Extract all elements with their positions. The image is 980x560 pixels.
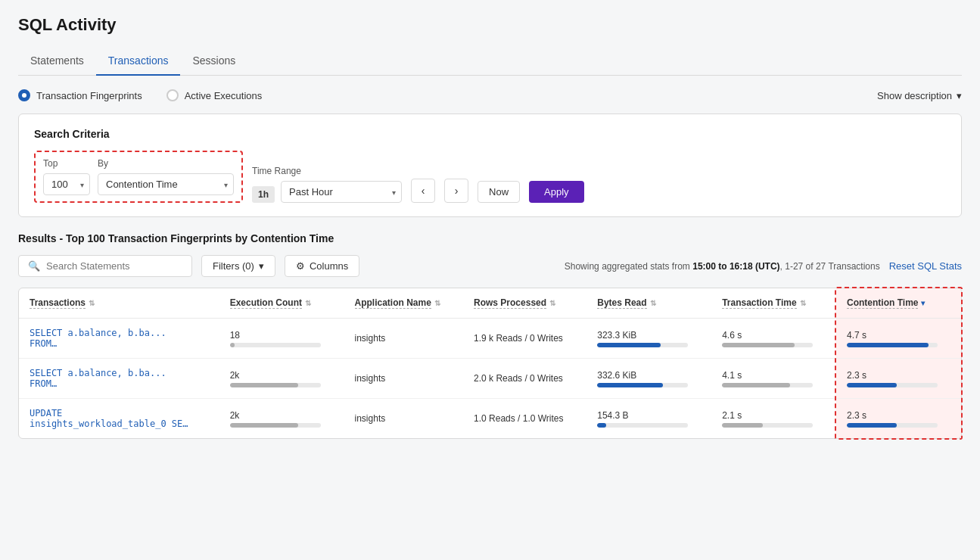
table-row: SELECT a.balance, b.ba...FROM… 18 insigh… [19, 319, 961, 359]
col-header-transaction-time[interactable]: Transaction Time ⇅ [711, 288, 836, 319]
filter-label: Filters (0) [213, 260, 254, 272]
cell-execution-count: 2k [219, 399, 344, 439]
view-toggle-row: Transaction Fingerprints Active Executio… [18, 89, 962, 101]
chevron-down-icon: ▾ [957, 90, 962, 101]
filter-button[interactable]: Filters (0) ▾ [201, 255, 275, 277]
cell-bytes-read: 332.6 KiB [586, 359, 711, 399]
top-group: Top 100 25 50 ▾ [43, 158, 90, 195]
search-box: 🔍 [18, 255, 192, 277]
cell-rows-processed: 2.0 k Reads / 0 Writes [463, 359, 586, 399]
search-icon: 🔍 [28, 260, 40, 272]
top-select[interactable]: 100 25 50 [43, 173, 90, 195]
radio-label-fingerprints: Transaction Fingerprints [36, 90, 142, 101]
show-description-toggle[interactable]: Show description ▾ [877, 90, 962, 101]
cell-execution-count: 18 [219, 319, 344, 359]
sort-icon-transactions: ⇅ [89, 299, 95, 307]
col-header-bytes-read[interactable]: Bytes Read ⇅ [586, 288, 711, 319]
sort-icon-execution-count: ⇅ [305, 299, 311, 307]
results-title: Results - Top 100 Transaction Fingerprin… [18, 232, 962, 244]
time-range-controls: 1h Past Hour Past 6 Hours Past Day ▾ [252, 181, 402, 203]
cell-contention-time: 2.3 s [836, 399, 961, 439]
criteria-row: Top 100 25 50 ▾ By Contention Ti [34, 151, 946, 203]
time-badge: 1h [252, 186, 275, 203]
cell-bytes-read: 154.3 B [586, 399, 711, 439]
search-input[interactable] [46, 260, 182, 272]
cell-execution-count: 2k [219, 359, 344, 399]
search-criteria-box: Search Criteria Top 100 25 50 ▾ [18, 114, 962, 217]
top-label: Top [43, 158, 90, 169]
cell-transaction-time: 4.6 s [711, 319, 836, 359]
time-next-button[interactable]: › [444, 179, 468, 203]
reset-sql-stats-button[interactable]: Reset SQL Stats [889, 260, 962, 272]
radio-label-active: Active Executions [185, 90, 263, 101]
col-header-transactions[interactable]: Transactions ⇅ [19, 288, 219, 319]
search-criteria-title: Search Criteria [34, 128, 946, 140]
radio-circle-fingerprints [18, 89, 30, 101]
col-header-execution-count[interactable]: Execution Count ⇅ [219, 288, 344, 319]
by-label: By [98, 158, 234, 169]
cell-application-name: insights [344, 319, 464, 359]
by-group: By Contention Time Execution Count Rows … [98, 158, 234, 195]
results-section: Results - Top 100 Transaction Fingerprin… [18, 232, 962, 439]
sort-icon-bytes-read: ⇅ [650, 299, 656, 307]
gear-icon: ⚙ [296, 260, 305, 272]
cell-contention-time: 4.7 s [836, 319, 961, 359]
cell-rows-processed: 1.9 k Reads / 0 Writes [463, 319, 586, 359]
tab-statements[interactable]: Statements [18, 47, 96, 76]
col-header-rows-processed[interactable]: Rows Processed ⇅ [463, 288, 586, 319]
cell-bytes-read: 323.3 KiB [586, 319, 711, 359]
by-select[interactable]: Contention Time Execution Count Rows Pro… [98, 173, 234, 195]
stats-text: Showing aggregated stats from 15:00 to 1… [565, 261, 880, 272]
radio-circle-active [166, 89, 179, 101]
filter-chevron-icon: ▾ [259, 260, 264, 272]
top-by-dashed-group: Top 100 25 50 ▾ By Contention Ti [34, 151, 243, 203]
cell-application-name: insights [344, 359, 464, 399]
cell-transaction-time: 2.1 s [711, 399, 836, 439]
tab-transactions[interactable]: Transactions [96, 47, 181, 76]
results-table-container: Transactions ⇅ Execution Count ⇅ [18, 288, 962, 439]
time-prev-button[interactable]: ‹ [411, 179, 435, 203]
cell-transaction[interactable]: SELECT a.balance, b.ba...FROM… [19, 359, 219, 399]
cell-application-name: insights [344, 399, 464, 439]
col-header-application-name[interactable]: Application Name ⇅ [344, 288, 464, 319]
cell-contention-time: 2.3 s [836, 359, 961, 399]
radio-transaction-fingerprints[interactable]: Transaction Fingerprints [18, 89, 142, 101]
toolbar: 🔍 Filters (0) ▾ ⚙ Columns Showing aggreg… [18, 255, 962, 277]
time-range-label: Time Range [252, 166, 402, 176]
cell-rows-processed: 1.0 Reads / 1.0 Writes [463, 399, 586, 439]
sort-icon-rows-processed: ⇅ [549, 299, 555, 307]
tab-bar: Statements Transactions Sessions [18, 47, 962, 76]
apply-button[interactable]: Apply [529, 181, 584, 203]
stats-time: 15:00 to 16:18 (UTC) [692, 261, 779, 272]
time-range-select[interactable]: Past Hour Past 6 Hours Past Day [281, 181, 402, 203]
table-row: UPDATEinsights_workload_table_0 SE… 2k i… [19, 399, 961, 439]
table-wrap: Transactions ⇅ Execution Count ⇅ [19, 288, 961, 438]
sort-icon-transaction-time: ⇅ [800, 299, 806, 307]
now-button[interactable]: Now [478, 181, 520, 203]
page-title: SQL Activity [18, 15, 962, 35]
time-range-group: Time Range 1h Past Hour Past 6 Hours Pas… [252, 166, 402, 203]
radio-active-executions[interactable]: Active Executions [166, 89, 263, 101]
cell-transaction[interactable]: SELECT a.balance, b.ba...FROM… [19, 319, 219, 359]
sort-icon-application-name: ⇅ [434, 299, 440, 307]
columns-label: Columns [310, 260, 348, 272]
show-description-label: Show description [877, 90, 952, 101]
sort-icon-contention-time: ▾ [921, 299, 925, 307]
columns-button[interactable]: ⚙ Columns [285, 255, 359, 277]
table-row: SELECT a.balance, b.ba...FROM… 2k insigh… [19, 359, 961, 399]
tab-sessions[interactable]: Sessions [180, 47, 247, 76]
col-header-contention-time[interactable]: Contention Time ▾ [836, 288, 961, 319]
cell-transaction-time: 4.1 s [711, 359, 836, 399]
cell-transaction[interactable]: UPDATEinsights_workload_table_0 SE… [19, 399, 219, 439]
transactions-table: Transactions ⇅ Execution Count ⇅ [19, 288, 961, 438]
